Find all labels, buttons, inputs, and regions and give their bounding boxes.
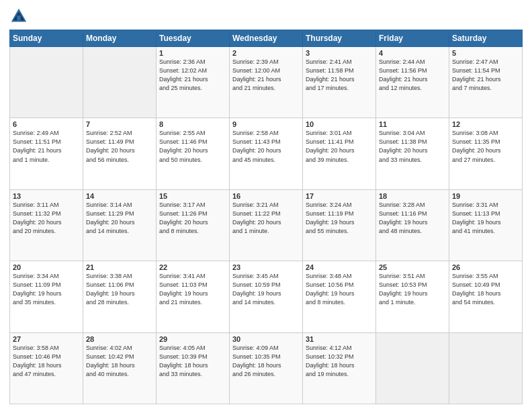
day-cell: 26Sunrise: 3:55 AM Sunset: 10:49 PM Dayl… <box>449 261 523 332</box>
day-cell: 7Sunrise: 2:52 AM Sunset: 11:49 PM Dayli… <box>83 118 157 189</box>
day-info: Sunrise: 4:05 AM Sunset: 10:39 PM Daylig… <box>159 344 226 379</box>
day-cell: 21Sunrise: 3:38 AM Sunset: 11:06 PM Dayl… <box>83 261 157 332</box>
day-info: Sunrise: 3:24 AM Sunset: 11:19 PM Daylig… <box>306 201 373 236</box>
day-cell: 6Sunrise: 2:49 AM Sunset: 11:51 PM Dayli… <box>10 118 83 189</box>
day-cell: 28Sunrise: 4:02 AM Sunset: 10:42 PM Dayl… <box>83 332 157 404</box>
day-info: Sunrise: 2:55 AM Sunset: 11:46 PM Daylig… <box>159 129 226 164</box>
day-number: 7 <box>86 120 153 128</box>
day-info: Sunrise: 2:49 AM Sunset: 11:51 PM Daylig… <box>13 129 80 164</box>
day-number: 2 <box>232 49 300 57</box>
day-number: 19 <box>452 192 519 200</box>
day-number: 11 <box>379 120 446 128</box>
day-cell: 4Sunrise: 2:44 AM Sunset: 11:56 PM Dayli… <box>376 47 449 118</box>
day-number: 29 <box>159 335 226 343</box>
day-cell: 27Sunrise: 3:58 AM Sunset: 10:46 PM Dayl… <box>10 332 83 404</box>
day-cell: 15Sunrise: 3:17 AM Sunset: 11:26 PM Dayl… <box>157 189 230 261</box>
day-cell <box>83 47 157 118</box>
week-row-4: 27Sunrise: 3:58 AM Sunset: 10:46 PM Dayl… <box>10 332 523 404</box>
day-cell: 19Sunrise: 3:31 AM Sunset: 11:13 PM Dayl… <box>449 189 523 261</box>
day-cell: 31Sunrise: 4:12 AM Sunset: 10:32 PM Dayl… <box>303 332 376 404</box>
day-number: 25 <box>379 263 446 271</box>
header <box>9 7 523 26</box>
day-number: 15 <box>159 192 226 200</box>
day-number: 31 <box>306 335 373 343</box>
day-info: Sunrise: 3:11 AM Sunset: 11:32 PM Daylig… <box>13 201 80 236</box>
day-cell: 5Sunrise: 2:47 AM Sunset: 11:54 PM Dayli… <box>449 47 523 118</box>
day-number: 1 <box>159 49 226 57</box>
day-number: 13 <box>13 192 80 200</box>
day-cell: 25Sunrise: 3:51 AM Sunset: 10:53 PM Dayl… <box>376 261 449 332</box>
day-cell: 17Sunrise: 3:24 AM Sunset: 11:19 PM Dayl… <box>303 189 376 261</box>
day-number: 6 <box>13 120 80 128</box>
day-number: 30 <box>232 335 300 343</box>
day-cell: 30Sunrise: 4:09 AM Sunset: 10:35 PM Dayl… <box>230 332 303 404</box>
calendar-table: SundayMondayTuesdayWednesdayThursdayFrid… <box>9 30 523 404</box>
weekday-wednesday: Wednesday <box>230 30 303 47</box>
day-number: 12 <box>452 120 519 128</box>
day-cell: 12Sunrise: 3:08 AM Sunset: 11:35 PM Dayl… <box>449 118 523 189</box>
day-info: Sunrise: 3:04 AM Sunset: 11:38 PM Daylig… <box>379 129 446 164</box>
week-row-1: 6Sunrise: 2:49 AM Sunset: 11:51 PM Dayli… <box>10 118 523 189</box>
day-cell <box>10 47 83 118</box>
day-info: Sunrise: 2:52 AM Sunset: 11:49 PM Daylig… <box>86 129 153 164</box>
weekday-tuesday: Tuesday <box>157 30 230 47</box>
day-number: 8 <box>159 120 226 128</box>
day-cell: 23Sunrise: 3:45 AM Sunset: 10:59 PM Dayl… <box>230 261 303 332</box>
weekday-thursday: Thursday <box>303 30 376 47</box>
weekday-header-row: SundayMondayTuesdayWednesdayThursdayFrid… <box>10 30 523 47</box>
day-cell: 9Sunrise: 2:58 AM Sunset: 11:43 PM Dayli… <box>230 118 303 189</box>
weekday-friday: Friday <box>376 30 449 47</box>
day-number: 27 <box>13 335 80 343</box>
day-cell: 10Sunrise: 3:01 AM Sunset: 11:41 PM Dayl… <box>303 118 376 189</box>
day-info: Sunrise: 4:12 AM Sunset: 10:32 PM Daylig… <box>306 344 373 379</box>
day-info: Sunrise: 2:58 AM Sunset: 11:43 PM Daylig… <box>232 129 300 164</box>
day-number: 18 <box>379 192 446 200</box>
day-cell: 20Sunrise: 3:34 AM Sunset: 11:09 PM Dayl… <box>10 261 83 332</box>
day-number: 22 <box>159 263 226 271</box>
week-row-2: 13Sunrise: 3:11 AM Sunset: 11:32 PM Dayl… <box>10 189 523 261</box>
day-cell: 29Sunrise: 4:05 AM Sunset: 10:39 PM Dayl… <box>157 332 230 404</box>
day-info: Sunrise: 3:58 AM Sunset: 10:46 PM Daylig… <box>13 344 80 379</box>
day-cell: 22Sunrise: 3:41 AM Sunset: 11:03 PM Dayl… <box>157 261 230 332</box>
day-number: 17 <box>306 192 373 200</box>
day-number: 9 <box>232 120 300 128</box>
day-number: 28 <box>86 335 153 343</box>
day-info: Sunrise: 3:48 AM Sunset: 10:56 PM Daylig… <box>306 272 373 307</box>
day-number: 26 <box>452 263 519 271</box>
day-cell: 11Sunrise: 3:04 AM Sunset: 11:38 PM Dayl… <box>376 118 449 189</box>
week-row-3: 20Sunrise: 3:34 AM Sunset: 11:09 PM Dayl… <box>10 261 523 332</box>
day-cell: 13Sunrise: 3:11 AM Sunset: 11:32 PM Dayl… <box>10 189 83 261</box>
logo <box>9 7 31 26</box>
day-info: Sunrise: 2:36 AM Sunset: 12:02 AM Daylig… <box>159 58 226 93</box>
day-number: 23 <box>232 263 300 271</box>
week-row-0: 1Sunrise: 2:36 AM Sunset: 12:02 AM Dayli… <box>10 47 523 118</box>
day-cell: 8Sunrise: 2:55 AM Sunset: 11:46 PM Dayli… <box>157 118 230 189</box>
svg-rect-2 <box>17 15 21 20</box>
day-info: Sunrise: 2:44 AM Sunset: 11:56 PM Daylig… <box>379 58 446 93</box>
weekday-saturday: Saturday <box>449 30 523 47</box>
day-number: 16 <box>232 192 300 200</box>
day-info: Sunrise: 3:08 AM Sunset: 11:35 PM Daylig… <box>452 129 519 164</box>
day-info: Sunrise: 3:55 AM Sunset: 10:49 PM Daylig… <box>452 272 519 307</box>
day-number: 24 <box>306 263 373 271</box>
day-info: Sunrise: 3:34 AM Sunset: 11:09 PM Daylig… <box>13 272 80 307</box>
day-cell: 24Sunrise: 3:48 AM Sunset: 10:56 PM Dayl… <box>303 261 376 332</box>
day-info: Sunrise: 2:39 AM Sunset: 12:00 AM Daylig… <box>232 58 300 93</box>
weekday-monday: Monday <box>83 30 157 47</box>
day-info: Sunrise: 3:17 AM Sunset: 11:26 PM Daylig… <box>159 201 226 236</box>
day-number: 20 <box>13 263 80 271</box>
day-cell: 1Sunrise: 2:36 AM Sunset: 12:02 AM Dayli… <box>157 47 230 118</box>
day-info: Sunrise: 3:28 AM Sunset: 11:16 PM Daylig… <box>379 201 446 236</box>
day-info: Sunrise: 2:41 AM Sunset: 11:58 PM Daylig… <box>306 58 373 93</box>
day-number: 3 <box>306 49 373 57</box>
day-cell: 16Sunrise: 3:21 AM Sunset: 11:22 PM Dayl… <box>230 189 303 261</box>
day-cell: 14Sunrise: 3:14 AM Sunset: 11:29 PM Dayl… <box>83 189 157 261</box>
day-info: Sunrise: 3:51 AM Sunset: 10:53 PM Daylig… <box>379 272 446 307</box>
day-number: 14 <box>86 192 153 200</box>
day-info: Sunrise: 4:09 AM Sunset: 10:35 PM Daylig… <box>232 344 300 379</box>
day-info: Sunrise: 3:38 AM Sunset: 11:06 PM Daylig… <box>86 272 153 307</box>
day-info: Sunrise: 3:21 AM Sunset: 11:22 PM Daylig… <box>232 201 300 236</box>
day-info: Sunrise: 3:41 AM Sunset: 11:03 PM Daylig… <box>159 272 226 307</box>
day-cell <box>449 332 523 404</box>
day-info: Sunrise: 3:45 AM Sunset: 10:59 PM Daylig… <box>232 272 300 307</box>
